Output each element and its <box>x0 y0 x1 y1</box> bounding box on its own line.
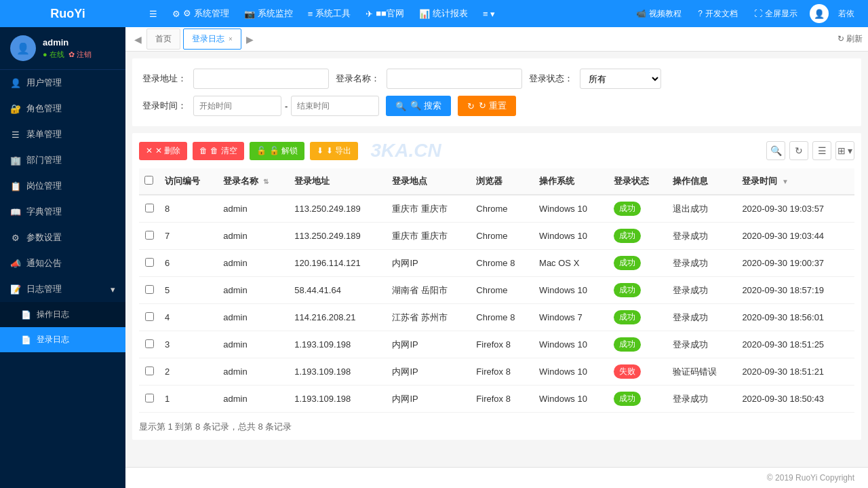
export-icon: ⬇ <box>317 146 323 155</box>
username-input[interactable] <box>387 69 522 89</box>
unlock-button[interactable]: 🔓 🔓 解锁 <box>250 142 304 160</box>
tab-login-log[interactable]: 登录日志 × <box>183 29 241 50</box>
export-button[interactable]: ⬇ ⬇ 导出 <box>310 142 358 160</box>
nav-username[interactable]: 若依 <box>831 0 861 27</box>
header-browser: 浏览器 <box>471 168 534 195</box>
cell-info: 登录成功 <box>667 250 737 277</box>
row-checkbox[interactable] <box>145 367 154 375</box>
table-row: 4 admin 114.216.208.21 江苏省 苏州市 Chrome 8 … <box>139 304 854 331</box>
cell-username: admin <box>218 331 289 358</box>
time-start-input[interactable] <box>193 96 281 116</box>
status-badge: 成功 <box>614 202 641 216</box>
time-end-input[interactable] <box>291 96 379 116</box>
cell-address: 114.216.208.21 <box>289 304 387 331</box>
delete-button[interactable]: ✕ ✕ 删除 <box>139 142 187 160</box>
cell-id: 4 <box>159 304 218 331</box>
row-checkbox[interactable] <box>145 231 154 240</box>
search-button[interactable]: 🔍 🔍 搜索 <box>386 96 451 116</box>
page-footer: © 2019 RuoYi Copyright <box>125 467 868 488</box>
tabs-nav-left[interactable]: ◀ <box>131 34 145 45</box>
cell-time: 2020-09-30 18:51:25 <box>736 331 854 358</box>
nav-sys-management[interactable]: ⚙ ⚙ 系统管理 <box>165 0 236 27</box>
tab-home[interactable]: 首页 <box>146 29 180 50</box>
row-checkbox-cell <box>139 358 159 386</box>
sidebar-item-user-management[interactable]: 👤 用户管理 <box>0 70 125 96</box>
sidebar-menu: 👤 用户管理 🔐 角色管理 ☰ 菜单管理 🏢 部门管理 📋 岗位管理 📖 <box>0 70 125 488</box>
nav-video-tutorial[interactable]: 📹 视频教程 <box>629 0 688 27</box>
row-checkbox[interactable] <box>145 204 154 212</box>
nav-sys-monitor[interactable]: 📷 系统监控 <box>237 0 300 27</box>
clear-button[interactable]: 🗑 🗑 清空 <box>193 142 243 160</box>
cell-browser: Chrome <box>471 223 534 250</box>
row-checkbox[interactable] <box>145 394 154 402</box>
row-checkbox-cell <box>139 223 159 250</box>
header-username[interactable]: 登录名称 ⇅ <box>218 168 289 195</box>
sidebar-item-op-log[interactable]: 📄 操作日志 <box>0 302 125 327</box>
row-checkbox-cell <box>139 195 159 223</box>
sidebar-item-notice[interactable]: 📣 通知公告 <box>0 250 125 276</box>
cell-status: 成功 <box>608 250 667 277</box>
nav-more[interactable]: ≡ ▾ <box>476 0 502 27</box>
footer-text: © 2019 RuoYi Copyright <box>767 473 854 483</box>
cell-info: 登录成功 <box>667 277 737 304</box>
more-options-btn[interactable]: ⊞ ▾ <box>835 141 854 160</box>
status-logout-btn[interactable]: ✿ 注销 <box>68 50 92 60</box>
refresh-table-btn[interactable]: ↻ <box>789 141 808 160</box>
cell-id: 8 <box>159 195 218 223</box>
sidebar-submenu-log: 📄 操作日志 📄 登录日志 <box>0 302 125 352</box>
table-row: 1 admin 1.193.109.198 内网IP Firefox 8 Win… <box>139 386 854 413</box>
cell-status: 成功 <box>608 304 667 331</box>
sidebar-item-label: 通知公告 <box>26 257 62 269</box>
sidebar-item-dept-management[interactable]: 🏢 部门管理 <box>0 147 125 173</box>
sidebar-item-label: 字典管理 <box>26 206 62 218</box>
search-toggle-btn[interactable]: 🔍 <box>766 141 785 160</box>
header-time[interactable]: 登录时间 ▼ <box>736 168 854 195</box>
sidebar-item-log-management[interactable]: 📝 日志管理 ▾ <box>0 276 125 302</box>
tabs-nav-right[interactable]: ▶ <box>243 34 257 45</box>
status-label: 登录状态： <box>529 73 573 85</box>
sidebar-item-post-management[interactable]: 📋 岗位管理 <box>0 173 125 199</box>
nav-fullscreen[interactable]: ⛶ 全屏显示 <box>747 0 804 27</box>
cell-username: admin <box>218 358 289 386</box>
nav-official-site[interactable]: ✈ ■■官网 <box>359 0 411 27</box>
row-checkbox[interactable] <box>145 339 154 348</box>
sidebar-item-dict-management[interactable]: 📖 字典管理 <box>0 199 125 225</box>
cell-address: 58.44.41.64 <box>289 277 387 304</box>
select-all-checkbox[interactable] <box>144 176 153 185</box>
cell-username: admin <box>218 277 289 304</box>
cell-os: Windows 10 <box>534 195 608 223</box>
header-info: 操作信息 <box>667 168 737 195</box>
toolbar-right: 🔍 ↻ ☰ ⊞ ▾ <box>766 141 854 160</box>
nav-stats[interactable]: 📊 统计报表 <box>412 0 475 27</box>
sidebar-item-login-log[interactable]: 📄 登录日志 <box>0 327 125 352</box>
cell-address: 1.193.109.198 <box>289 386 387 413</box>
address-label: 登录地址： <box>142 73 186 85</box>
tab-close-btn[interactable]: × <box>229 35 233 43</box>
chevron-down-icon: ▾ <box>111 284 115 295</box>
sidebar-item-role-management[interactable]: 🔐 角色管理 <box>0 96 125 121</box>
refresh-button[interactable]: ↻ 刷新 <box>837 33 863 45</box>
status-online-indicator: ● 在线 <box>43 50 64 60</box>
main-layout: 👤 admin ● 在线 ✿ 注销 👤 用户管理 🔐 角色管理 ☰ 菜单管理 <box>0 27 868 488</box>
status-select[interactable]: 所有 成功 失败 <box>580 69 661 89</box>
row-checkbox[interactable] <box>145 258 154 267</box>
sidebar-item-menu-management[interactable]: ☰ 菜单管理 <box>0 121 125 147</box>
nav-sys-tools[interactable]: ≡ 系统工具 <box>301 0 358 27</box>
table-row: 7 admin 113.250.249.189 重庆市 重庆市 Chrome W… <box>139 223 854 250</box>
time-label: 登录时间： <box>142 100 186 112</box>
row-checkbox[interactable] <box>145 312 154 321</box>
sort-icon: ⇅ <box>263 178 269 185</box>
nav-dev-docs[interactable]: ? 开发文档 <box>691 0 745 27</box>
address-input[interactable] <box>193 69 329 89</box>
cell-username: admin <box>218 195 289 223</box>
reset-button[interactable]: ↻ ↻ 重置 <box>458 96 516 116</box>
menu-toggle-btn[interactable]: ☰ <box>142 0 164 27</box>
cell-location: 内网IP <box>387 331 471 358</box>
column-settings-btn[interactable]: ☰ <box>812 141 831 160</box>
status-badge: 成功 <box>614 229 641 243</box>
sidebar-user-info: admin ● 在线 ✿ 注销 <box>43 37 92 60</box>
sidebar-item-param-settings[interactable]: ⚙ 参数设置 <box>0 225 125 250</box>
table-toolbar: ✕ ✕ 删除 🗑 🗑 清空 🔓 🔓 解锁 ⬇ ⬇ 导出 <box>139 140 854 162</box>
cell-location: 内网IP <box>387 386 471 413</box>
row-checkbox[interactable] <box>145 285 154 294</box>
